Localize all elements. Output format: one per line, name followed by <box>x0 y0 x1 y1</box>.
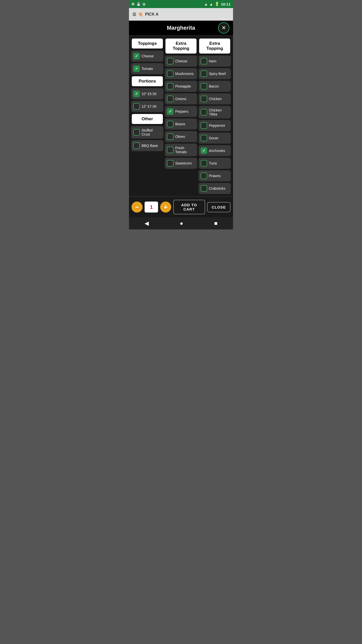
decrement-button[interactable]: − <box>131 202 143 213</box>
extra1-onions[interactable]: Onions <box>165 93 197 104</box>
topping-tomato[interactable]: Tomato <box>131 63 163 74</box>
checkbox-10inch <box>133 91 140 97</box>
topping-tomato-label: Tomato <box>142 67 153 71</box>
ham-label: Ham <box>209 59 216 63</box>
checkbox-ham <box>201 58 207 64</box>
status-right-icons: ▲ ▲ 🔋 10:11 <box>204 2 231 6</box>
checkbox-peppers <box>167 108 173 115</box>
extra1-peppers[interactable]: Peppers <box>165 106 197 117</box>
back-nav-icon[interactable]: ◀ <box>145 220 149 227</box>
clock: 10:11 <box>221 2 231 6</box>
recent-nav-icon[interactable]: ■ <box>214 220 217 227</box>
add-to-cart-button[interactable]: ADD TO CART <box>173 200 205 214</box>
toppings-header: Toppings <box>131 38 163 49</box>
crabsticks-label: Crabsticks <box>209 186 225 190</box>
extra2-prawns[interactable]: Prawns <box>199 170 231 181</box>
stuffed-crust-label: Stuffed Crust <box>142 128 161 136</box>
extra2-anchovies[interactable]: Anchovies <box>199 145 231 156</box>
quantity-display: 1 <box>145 202 158 213</box>
checkbox-12inch <box>133 103 140 110</box>
col-toppings: Toppings Cheese Tomato Portions 10" £5.5… <box>130 38 164 194</box>
col-extra-1: Extra Topping Cheese Mushrooms Pineapple… <box>164 38 198 194</box>
extra1-sweetcorn[interactable]: Sweetcorn <box>165 158 197 169</box>
prawns-label: Prawns <box>209 174 221 178</box>
portion-10-label: 10" £5.50 <box>142 92 156 96</box>
extra2-pepperoni[interactable]: Pepperoni <box>199 120 231 131</box>
col-extra-2: Extra Topping Ham Spicy Beef Bacon Chick… <box>198 38 232 194</box>
checkbox-pepperoni <box>201 122 207 129</box>
pepperoni-label: Pepperoni <box>209 124 225 128</box>
extra2-ham[interactable]: Ham <box>199 56 231 67</box>
portion-12[interactable]: 12" £7.00 <box>131 101 163 112</box>
checkbox-pineapple <box>167 83 173 90</box>
checkbox-beans <box>167 121 173 127</box>
mushrooms-label: Mushrooms <box>175 72 194 76</box>
checkbox-chicken-tikka <box>201 109 207 115</box>
menu-icon: ☰ <box>132 12 136 17</box>
settings-icon: ⚙ <box>131 2 134 6</box>
extra1-pineapple[interactable]: Pineapple <box>165 81 197 92</box>
extra2-tuna[interactable]: Tuna <box>199 158 231 169</box>
portions-header: Portions <box>131 76 163 87</box>
increment-button[interactable]: + <box>160 202 171 213</box>
signal-icon: ▲ <box>209 2 213 6</box>
bbq-base-label: BBQ Base <box>142 144 158 148</box>
checkbox-olives <box>167 133 173 140</box>
fresh-tomato-label: Fresh Tomato <box>175 146 195 154</box>
checkbox-onions <box>167 96 173 102</box>
close-button[interactable]: CLOSE <box>207 202 231 212</box>
doner-label: Doner <box>209 136 218 140</box>
pizza-logo-icon: 🍕 <box>138 12 143 17</box>
spicy-beef-label: Spicy Beef <box>209 72 226 76</box>
checkbox-extra1-cheese <box>167 58 173 64</box>
pick-a-text: PICK A <box>145 12 159 17</box>
sweetcorn-label: Sweetcorn <box>175 161 192 165</box>
pineapple-label: Pineapple <box>175 84 191 88</box>
peppers-label: Peppers <box>175 109 188 113</box>
battery-icon: 🔋 <box>215 2 219 6</box>
extra2-bacon[interactable]: Bacon <box>199 81 231 92</box>
checkbox-tuna <box>201 160 207 167</box>
extra2-crabsticks[interactable]: Crabsticks <box>199 183 231 194</box>
other-header: Other <box>131 113 163 125</box>
nav-bar: ◀ ● ■ <box>129 217 233 229</box>
checkbox-stuffed-crust <box>133 129 140 136</box>
checkbox-sweetcorn <box>167 160 173 167</box>
status-left-icons: ⚙ 💾 ◎ <box>131 2 145 6</box>
extra2-spicy-beef[interactable]: Spicy Beef <box>199 68 231 79</box>
modal-header: Margherita ✕ <box>129 21 233 35</box>
checkbox-mushrooms <box>167 70 173 77</box>
close-x-button[interactable]: ✕ <box>218 22 230 34</box>
beans-label: Beans <box>175 122 185 126</box>
other-bbq-base[interactable]: BBQ Base <box>131 140 163 151</box>
extra2-chicken-tikka[interactable]: Chicken Tikka <box>199 106 231 118</box>
checkbox-anchovies <box>201 147 207 154</box>
portion-10[interactable]: 10" £5.50 <box>131 88 163 99</box>
checkbox-tomato <box>133 65 140 72</box>
extra1-cheese[interactable]: Cheese <box>165 56 197 67</box>
storage-icon: 💾 <box>137 2 141 6</box>
checkbox-fresh-tomato <box>167 147 173 153</box>
home-nav-icon[interactable]: ● <box>180 220 183 227</box>
extra2-chicken[interactable]: Chicken <box>199 93 231 104</box>
extra1-olives[interactable]: Olives <box>165 131 197 142</box>
modal-title: Margherita <box>167 25 195 31</box>
checkbox-bacon <box>201 83 207 90</box>
checkbox-chicken <box>201 96 207 102</box>
other-stuffed-crust[interactable]: Stuffed Crust <box>131 126 163 139</box>
topping-cheese[interactable]: Cheese <box>131 51 163 62</box>
columns-wrapper: Toppings Cheese Tomato Portions 10" £5.5… <box>129 35 233 196</box>
extra1-beans[interactable]: Beans <box>165 118 197 130</box>
chicken-label: Chicken <box>209 97 222 101</box>
checkbox-bbq-base <box>133 142 140 149</box>
anchovies-label: Anchovies <box>209 149 225 153</box>
extra1-fresh-tomato[interactable]: Fresh Tomato <box>165 144 197 156</box>
checkbox-prawns <box>201 173 207 179</box>
modal: Margherita ✕ Toppings Cheese Tomato Port… <box>129 21 233 217</box>
bacon-label: Bacon <box>209 84 219 88</box>
tuna-label: Tuna <box>209 161 217 165</box>
status-bar: ⚙ 💾 ◎ ▲ ▲ 🔋 10:11 <box>129 0 233 8</box>
bottom-bar: − 1 + ADD TO CART CLOSE <box>129 196 233 217</box>
extra1-mushrooms[interactable]: Mushrooms <box>165 68 197 79</box>
extra2-doner[interactable]: Doner <box>199 133 231 144</box>
